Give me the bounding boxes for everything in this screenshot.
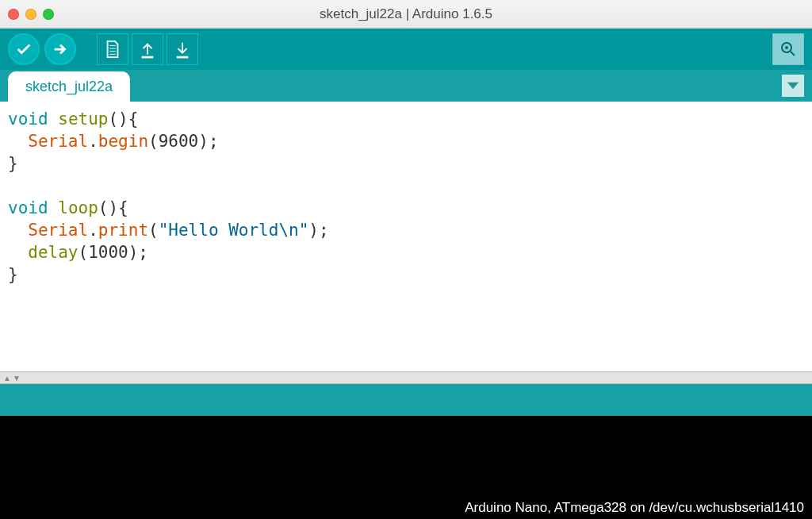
keyword-void: void — [8, 110, 48, 129]
open-button[interactable] — [132, 33, 163, 65]
code-text — [8, 243, 28, 262]
tab-bar: sketch_jul22a — [0, 70, 812, 102]
titlebar: sketch_jul22a | Arduino 1.6.5 — [0, 0, 812, 29]
code-text: ( — [148, 221, 159, 240]
window-title: sketch_jul22a | Arduino 1.6.5 — [0, 6, 812, 22]
keyword-void: void — [8, 198, 48, 217]
code-text — [8, 132, 28, 151]
class-serial: Serial — [28, 132, 88, 151]
status-bar: Arduino Nano, ATmega328 on /dev/cu.wchus… — [465, 500, 804, 516]
chevron-down-icon — [787, 80, 799, 91]
new-button[interactable] — [97, 33, 128, 65]
code-text: (9600); — [148, 132, 219, 151]
func-delay: delay — [28, 243, 78, 262]
file-buttons — [97, 33, 198, 65]
method-print: print — [98, 221, 148, 240]
code-text: . — [88, 132, 98, 151]
arrow-down-icon — [174, 40, 191, 59]
code-text: } — [8, 265, 18, 284]
file-icon — [104, 40, 121, 59]
arrow-up-icon — [139, 40, 156, 59]
tab-label: sketch_jul22a — [25, 79, 113, 94]
verify-button[interactable] — [8, 33, 40, 65]
zoom-icon[interactable] — [43, 9, 54, 20]
method-begin: begin — [98, 132, 148, 151]
close-icon[interactable] — [8, 9, 19, 20]
serial-monitor-button[interactable] — [772, 33, 804, 65]
func-setup: setup — [58, 110, 108, 129]
magnifier-icon — [779, 40, 798, 59]
resize-handle-icon: ▲▼ — [3, 374, 22, 383]
code-text: ); — [308, 221, 328, 240]
code-text: } — [8, 154, 18, 173]
func-loop: loop — [58, 198, 98, 217]
tab-menu-button[interactable] — [782, 75, 804, 97]
code-text — [8, 221, 28, 240]
code-text: . — [88, 221, 98, 240]
code-text: (){ — [98, 198, 128, 217]
code-text: (1000); — [79, 243, 149, 262]
upload-button[interactable] — [44, 33, 76, 65]
console-output: Arduino Nano, ATmega328 on /dev/cu.wchus… — [0, 416, 812, 519]
save-button[interactable] — [167, 33, 198, 65]
pane-divider[interactable]: ▲▼ — [0, 371, 812, 384]
code-text: (){ — [108, 110, 138, 129]
tab-sketch[interactable]: sketch_jul22a — [8, 71, 130, 102]
arrow-right-icon — [52, 40, 69, 58]
message-bar — [0, 384, 812, 416]
string-literal: "Hello World\n" — [159, 221, 309, 240]
class-serial: Serial — [28, 221, 88, 240]
code-editor[interactable]: void setup(){ Serial.begin(9600); } void… — [0, 102, 812, 371]
check-icon — [15, 40, 33, 58]
svg-point-1 — [785, 46, 788, 49]
window-controls — [8, 9, 54, 20]
toolbar — [0, 29, 812, 70]
minimize-icon[interactable] — [25, 9, 36, 20]
